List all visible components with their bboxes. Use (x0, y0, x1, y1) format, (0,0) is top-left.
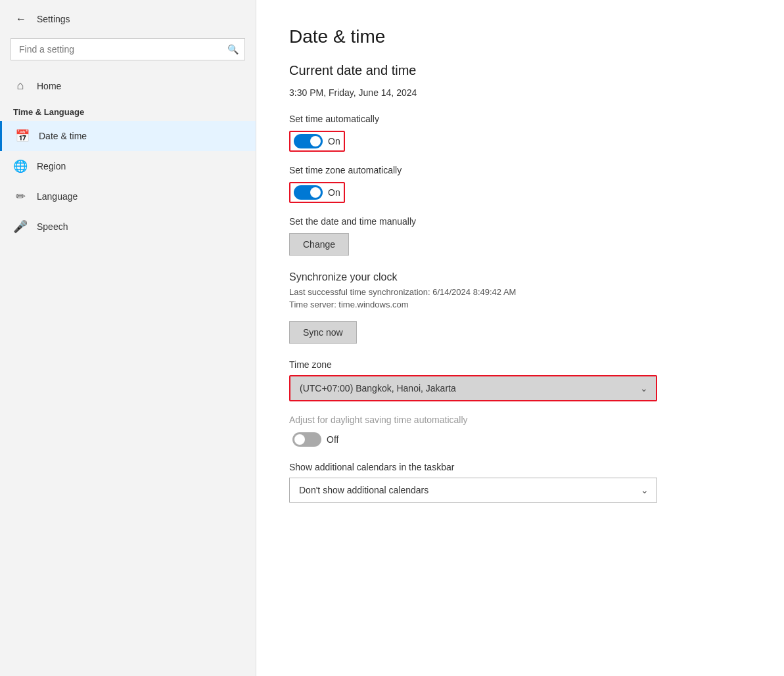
set-timezone-auto-value: On (328, 187, 340, 198)
speech-icon: 🎤 (13, 219, 28, 234)
set-time-auto-toggle[interactable] (294, 134, 323, 148)
sidebar-item-speech[interactable]: 🎤 Speech (0, 212, 256, 242)
set-time-auto-toggle-container[interactable]: On (289, 131, 345, 152)
sync-title: Synchronize your clock (289, 271, 751, 283)
region-icon: 🌐 (13, 159, 28, 173)
set-time-auto-row: On (289, 131, 751, 152)
sidebar-item-label: Speech (37, 221, 68, 232)
date-time-icon: 📅 (15, 129, 30, 143)
set-time-auto-value: On (328, 136, 340, 146)
sidebar-title: Settings (37, 14, 70, 24)
sidebar-item-date-time[interactable]: 📅 Date & time (0, 121, 256, 151)
sidebar-item-label: Home (37, 81, 61, 91)
sidebar-item-language[interactable]: ✏ Language (0, 181, 256, 212)
sidebar-header: ← Settings (0, 0, 256, 38)
sidebar-item-region[interactable]: 🌐 Region (0, 151, 256, 181)
set-time-auto-label: Set time automatically (289, 114, 751, 124)
set-timezone-auto-row: On (289, 182, 751, 203)
sync-last: Last successful time synchronization: 6/… (289, 287, 751, 297)
timezone-label: Time zone (289, 359, 751, 370)
toggle-knob-daylight (294, 434, 305, 445)
daylight-label: Adjust for daylight saving time automati… (289, 415, 751, 425)
current-datetime: 3:30 PM, Friday, June 14, 2024 (289, 87, 751, 98)
sidebar: ← Settings 🔍 ⌂ Home Time & Language 📅 Da… (0, 0, 256, 676)
change-button[interactable]: Change (289, 233, 349, 256)
set-timezone-auto-toggle-container[interactable]: On (289, 182, 345, 203)
home-icon: ⌂ (13, 79, 28, 93)
toggle-knob (310, 136, 321, 146)
daylight-toggle[interactable] (292, 432, 321, 447)
show-calendars-select[interactable]: Don't show additional calendars (290, 478, 657, 502)
toggle-knob-tz (310, 187, 321, 198)
timezone-select-wrap[interactable]: (UTC+07:00) Bangkok, Hanoi, Jakarta ⌄ (289, 375, 657, 401)
back-button[interactable]: ← (13, 11, 29, 28)
main-content: Date & time Current date and time 3:30 P… (256, 0, 784, 676)
section-current-title: Current date and time (289, 63, 751, 78)
search-icon: 🔍 (227, 44, 239, 55)
sync-button[interactable]: Sync now (289, 321, 357, 344)
sidebar-item-label: Region (37, 161, 66, 171)
manual-label: Set the date and time manually (289, 216, 751, 227)
sidebar-item-label: Language (37, 191, 78, 202)
daylight-toggle-container[interactable]: Off (289, 430, 342, 449)
language-icon: ✏ (13, 189, 28, 204)
search-box: 🔍 (11, 38, 245, 60)
search-input[interactable] (11, 38, 245, 60)
category-label: Time & Language (0, 101, 256, 121)
sidebar-item-home[interactable]: ⌂ Home (0, 71, 256, 101)
show-calendars-label: Show additional calendars in the taskbar (289, 462, 751, 472)
timezone-select[interactable]: (UTC+07:00) Bangkok, Hanoi, Jakarta (290, 376, 656, 400)
daylight-value: Off (327, 434, 338, 445)
timezone-select-inner: (UTC+07:00) Bangkok, Hanoi, Jakarta ⌄ (290, 376, 656, 400)
daylight-toggle-row: Off (289, 430, 751, 449)
sync-server: Time server: time.windows.com (289, 300, 751, 309)
show-calendars-select-wrap[interactable]: Don't show additional calendars ⌄ (289, 478, 657, 503)
page-title: Date & time (289, 26, 751, 47)
set-timezone-auto-toggle[interactable] (294, 185, 323, 200)
set-timezone-auto-label: Set time zone automatically (289, 165, 751, 175)
sidebar-item-label: Date & time (39, 131, 87, 141)
